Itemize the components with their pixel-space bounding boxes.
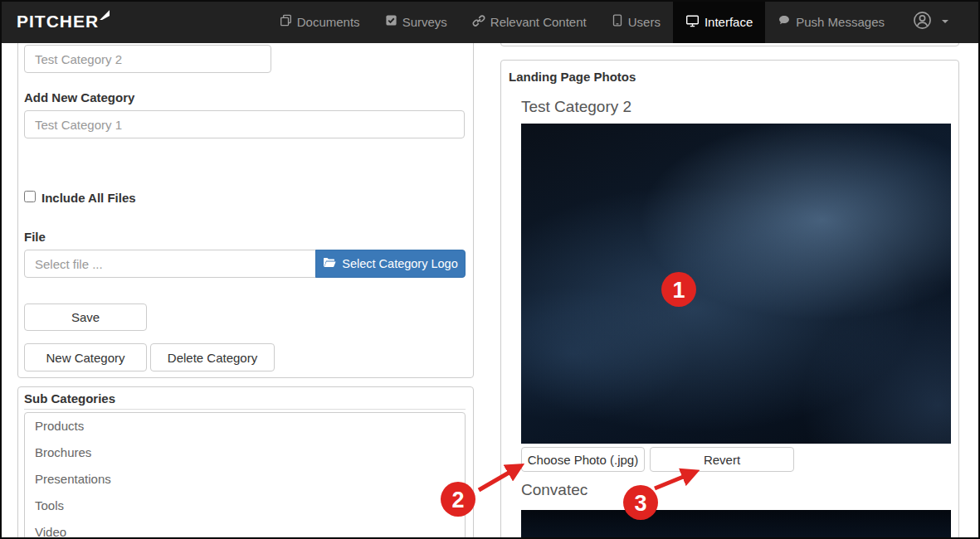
documents-icon <box>280 14 292 29</box>
photo-section-title-test-category-2: Test Category 2 <box>521 98 631 116</box>
landing-page-photos-label: Landing Page Photos <box>509 70 636 84</box>
select-category-logo-button[interactable]: Select Category Logo <box>315 250 466 278</box>
add-new-category-input[interactable] <box>24 110 465 138</box>
nav-label: Users <box>628 15 661 29</box>
list-item-brochures[interactable]: Brochures <box>25 439 465 466</box>
choose-photo-button[interactable]: Choose Photo (.jpg) <box>521 447 645 472</box>
speech-bubble-icon <box>778 14 791 29</box>
user-menu[interactable] <box>897 0 958 43</box>
revert-button[interactable]: Revert <box>650 447 794 472</box>
sub-categories-list: Products Brochures Presentations Tools V… <box>24 412 466 539</box>
delete-category-button[interactable]: Delete Category <box>150 343 275 371</box>
surveys-icon <box>385 14 397 29</box>
brand-logo[interactable]: PITCHER <box>17 0 110 43</box>
page: PITCHER Documents Surveys Relevant Conte… <box>0 0 980 539</box>
brand-arrow-icon <box>100 10 110 20</box>
main-nav: Documents Surveys Relevant Content Users… <box>267 0 958 43</box>
chevron-down-icon <box>942 20 948 23</box>
tablet-icon <box>612 14 623 29</box>
top-navbar: PITCHER Documents Surveys Relevant Conte… <box>0 0 980 43</box>
nav-label: Relevant Content <box>490 15 587 29</box>
select-category-logo-label: Select Category Logo <box>342 257 457 270</box>
nav-item-surveys[interactable]: Surveys <box>373 0 460 43</box>
list-item-video[interactable]: Video <box>25 519 465 539</box>
nav-item-push-messages[interactable]: Push Messages <box>765 0 897 43</box>
nav-label: Surveys <box>402 15 447 29</box>
save-button[interactable]: Save <box>24 303 147 331</box>
list-item-presentations[interactable]: Presentations <box>25 466 465 493</box>
brand-text: PITCHER <box>17 12 99 32</box>
landing-page-photo-test-category-2 <box>521 124 951 444</box>
list-item-tools[interactable]: Tools <box>25 493 465 519</box>
nav-item-users[interactable]: Users <box>599 0 673 43</box>
file-label: File <box>24 230 46 244</box>
user-icon <box>912 10 933 33</box>
nav-item-relevant-content[interactable]: Relevant Content <box>460 0 599 43</box>
monitor-icon <box>685 14 700 30</box>
nav-item-documents[interactable]: Documents <box>267 0 373 43</box>
photo-section-title-convatec: Convatec <box>521 481 588 499</box>
add-new-category-label: Add New Category <box>24 90 134 104</box>
folder-icon <box>323 257 336 271</box>
nav-item-interface[interactable]: Interface <box>673 0 765 43</box>
new-category-button[interactable]: New Category <box>24 343 147 371</box>
include-all-files-checkbox[interactable] <box>24 191 36 202</box>
nav-label: Documents <box>297 15 360 29</box>
category-name-input[interactable] <box>24 45 271 73</box>
landing-page-photo-convatec <box>521 510 951 539</box>
nav-label: Push Messages <box>796 15 885 29</box>
sub-categories-divider <box>24 409 466 410</box>
list-item-products[interactable]: Products <box>25 413 465 439</box>
include-all-files-label: Include All Files <box>41 191 136 205</box>
link-icon <box>472 14 485 30</box>
nav-label: Interface <box>705 15 753 29</box>
sub-categories-label: Sub Categories <box>24 391 115 405</box>
file-select-input[interactable] <box>24 250 316 278</box>
